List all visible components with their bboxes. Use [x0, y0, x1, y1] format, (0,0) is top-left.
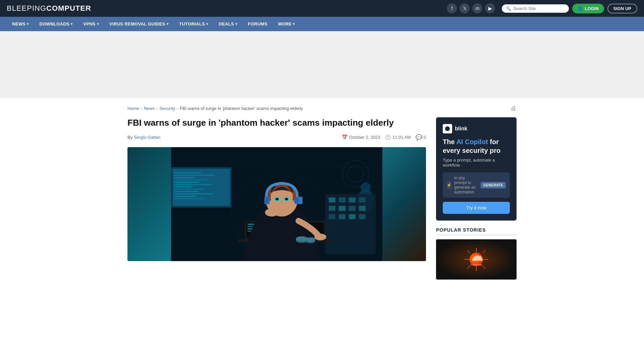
search-input[interactable] [513, 6, 565, 11]
site-header: BLEEPINGCOMPUTER f 𝕏 m ▶ 🔍 👤 LOGIN SIGN … [0, 0, 644, 17]
comment-count[interactable]: 💬 0 [416, 134, 426, 140]
main-container: Home › News › Security › FBI warns of su… [121, 98, 523, 286]
article-time: 🕐 11:01 AM [385, 134, 411, 140]
breadcrumb-security[interactable]: Security [159, 106, 175, 111]
article-date: 📅 October 2, 2023 [342, 134, 380, 140]
clock-icon: 🕐 [385, 134, 391, 140]
breadcrumb-separator: › [156, 106, 158, 111]
svg-rect-33 [359, 214, 366, 219]
article-title: FBI warns of surge in 'phantom hacker' s… [127, 117, 426, 129]
svg-rect-29 [359, 206, 366, 211]
breadcrumb-separator: › [141, 106, 142, 111]
popular-stories-title: POPULAR STORIES [436, 227, 517, 235]
signup-button[interactable]: SIGN UP [607, 4, 637, 13]
svg-point-45 [275, 198, 279, 200]
svg-rect-12 [174, 179, 208, 180]
nav-more[interactable]: MORE ▾ [273, 17, 300, 31]
prompt-text: in any prompt to generate an automation [454, 176, 478, 194]
svg-rect-24 [349, 197, 356, 202]
nav-downloads[interactable]: DOWNLOADS ▾ [34, 17, 78, 31]
print-icon[interactable]: 🖨 [511, 105, 517, 112]
svg-rect-14 [174, 184, 211, 185]
svg-rect-27 [339, 206, 345, 211]
svg-rect-9 [174, 172, 201, 173]
svg-rect-28 [349, 206, 356, 211]
sidebar: blink The AI Copilot for every security … [436, 117, 517, 280]
content-layout: FBI warns of surge in 'phantom hacker' s… [127, 117, 517, 280]
svg-rect-17 [174, 191, 198, 192]
svg-rect-23 [339, 197, 345, 202]
breadcrumb-separator: › [177, 106, 178, 111]
chevron-down-icon: ▾ [27, 22, 29, 26]
chevron-down-icon: ▾ [235, 22, 237, 26]
svg-rect-56 [319, 234, 321, 238]
try-it-button[interactable]: Try it now [443, 202, 510, 214]
user-icon: 👤 [578, 6, 583, 11]
svg-point-46 [285, 198, 288, 200]
generate-button[interactable]: GENERATE [481, 182, 506, 188]
svg-rect-18 [174, 193, 213, 194]
site-logo[interactable]: BLEEPINGCOMPUTER [7, 4, 91, 13]
svg-rect-11 [174, 177, 195, 178]
svg-point-49 [265, 208, 278, 217]
svg-rect-20 [174, 198, 206, 199]
nav-forums[interactable]: FORUMS [243, 17, 273, 31]
nav-vpns[interactable]: VPNS ▾ [78, 17, 104, 31]
svg-rect-16 [174, 189, 205, 190]
nav-tutorials[interactable]: TUTORIALS ▾ [174, 17, 213, 31]
nav-virus-removal[interactable]: VIRUS REMOVAL GUIDES ▾ [104, 17, 174, 31]
svg-rect-10 [174, 175, 215, 176]
svg-point-8 [361, 182, 371, 192]
nav-deals[interactable]: DEALS ▾ [213, 17, 243, 31]
popular-stories: POPULAR STORIES [436, 227, 517, 280]
popular-story-image[interactable]: CLOUDFLARE [436, 239, 517, 280]
article-image [127, 147, 426, 261]
article-meta-right: 📅 October 2, 2023 🕐 11:01 AM 💬 0 [342, 134, 426, 140]
blink-logo-text: blink [455, 126, 467, 132]
svg-rect-25 [359, 197, 366, 202]
comment-icon: 💬 [416, 134, 422, 140]
breadcrumb-current: FBI warns of surge in 'phantom hacker' s… [180, 106, 303, 111]
mastodon-icon[interactable]: m [472, 3, 482, 13]
logo-bold: COMPUTER [46, 4, 91, 12]
search-box: 🔍 [502, 4, 569, 13]
chevron-down-icon: ▾ [293, 22, 294, 26]
prompt-icon: ⚡ [447, 181, 451, 189]
svg-rect-15 [174, 186, 191, 187]
article-author: By Sergiu Gatlan [127, 135, 160, 140]
article-area: FBI warns of surge in 'phantom hacker' s… [127, 117, 426, 261]
sidebar-ad-subtext: Type a prompt, automate a workflow. [443, 158, 510, 168]
chevron-down-icon: ▾ [206, 22, 208, 26]
svg-point-53 [294, 197, 299, 204]
blink-logo-icon [443, 124, 452, 133]
sidebar-ad-headline: The AI Copilot for every security pro [443, 137, 510, 155]
svg-point-52 [264, 197, 270, 204]
svg-rect-26 [329, 206, 335, 211]
article-meta: By Sergiu Gatlan 📅 October 2, 2023 🕐 11:… [127, 134, 426, 140]
facebook-icon[interactable]: f [447, 3, 457, 13]
svg-rect-55 [315, 234, 318, 238]
hacker-svg [127, 147, 426, 261]
breadcrumb: Home › News › Security › FBI warns of su… [127, 106, 303, 111]
social-icons: f 𝕏 m ▶ [447, 3, 495, 13]
svg-rect-31 [339, 214, 345, 219]
login-button[interactable]: 👤 LOGIN [572, 4, 604, 13]
breadcrumb-home[interactable]: Home [127, 106, 139, 111]
chevron-down-icon: ▾ [71, 22, 72, 26]
youtube-icon[interactable]: ▶ [485, 3, 495, 13]
svg-rect-21 [325, 194, 376, 254]
header-right: f 𝕏 m ▶ 🔍 👤 LOGIN SIGN UP [447, 3, 637, 13]
calendar-icon: 📅 [342, 134, 347, 140]
twitter-icon[interactable]: 𝕏 [460, 3, 470, 13]
chevron-down-icon: ▾ [167, 22, 168, 26]
sidebar-ad-prompt: ⚡ in any prompt to generate an automatio… [443, 172, 510, 198]
svg-rect-32 [349, 214, 356, 219]
breadcrumb-news[interactable]: News [144, 106, 155, 111]
glow-effect [436, 239, 517, 280]
logo-light: BLEEPING [7, 4, 46, 12]
nav-news[interactable]: NEWS ▾ [7, 17, 34, 31]
search-icon: 🔍 [506, 6, 511, 11]
author-link[interactable]: Sergiu Gatlan [134, 135, 161, 140]
svg-point-62 [305, 237, 315, 242]
svg-rect-19 [174, 196, 196, 197]
